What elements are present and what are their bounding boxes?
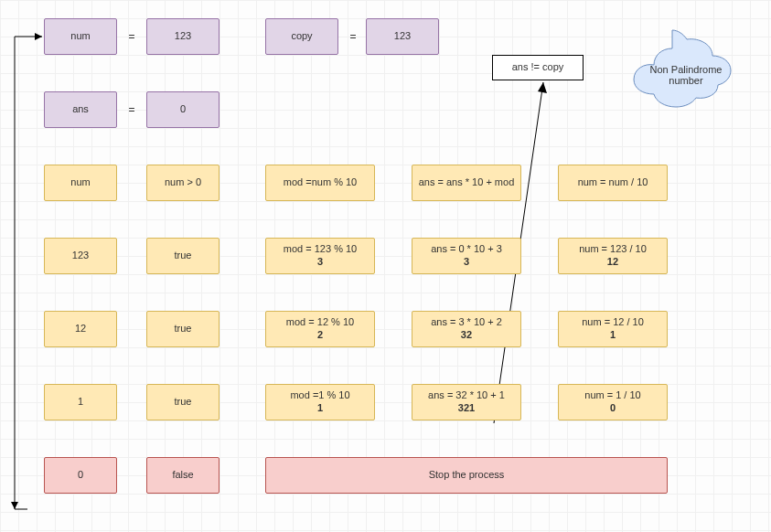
svg-marker-5	[35, 33, 42, 40]
svg-marker-6	[11, 502, 18, 509]
equals-sign: =	[123, 91, 141, 128]
header-mod: mod =num % 10	[265, 165, 375, 201]
header-numdiv: num = num / 10	[558, 165, 668, 201]
iter1-mod: mod = 123 % 103	[265, 238, 375, 274]
iter1-num: 123	[44, 238, 117, 274]
iter1-cond: true	[146, 238, 220, 274]
var-num-label: num	[44, 18, 117, 55]
var-copy-label: copy	[265, 18, 338, 55]
header-num: num	[44, 165, 117, 201]
svg-marker-1	[538, 82, 547, 93]
arrow-loop-left	[11, 33, 42, 509]
iter3-num: 1	[44, 384, 117, 420]
var-ans-value: 0	[146, 91, 220, 128]
end-stop: Stop the process	[265, 457, 668, 494]
iter2-div: num = 12 / 101	[558, 311, 668, 347]
var-ans-label: ans	[44, 91, 117, 128]
iter1-div: num = 123 / 1012	[558, 238, 668, 274]
iter3-cond: true	[146, 384, 220, 420]
end-cond: false	[146, 457, 220, 494]
cloud-text: Non Palindrome number	[640, 64, 732, 86]
compare-box: ans != copy	[492, 55, 584, 80]
header-cond: num > 0	[146, 165, 220, 201]
var-num-value: 123	[146, 18, 220, 55]
iter1-ans: ans = 0 * 10 + 33	[412, 238, 521, 274]
equals-sign: =	[344, 18, 362, 55]
equals-sign: =	[123, 18, 141, 55]
iter3-ans: ans = 32 * 10 + 1321	[412, 384, 521, 420]
iter3-mod: mod =1 % 101	[265, 384, 375, 420]
iter2-num: 12	[44, 311, 117, 347]
iter2-cond: true	[146, 311, 220, 347]
iter3-div: num = 1 / 100	[558, 384, 668, 420]
iter2-mod: mod = 12 % 102	[265, 311, 375, 347]
end-num: 0	[44, 457, 117, 494]
iter2-ans: ans = 3 * 10 + 232	[412, 311, 521, 347]
header-ans: ans = ans * 10 + mod	[412, 165, 521, 201]
var-copy-value: 123	[366, 18, 439, 55]
arrow-anchor	[27, 507, 31, 511]
